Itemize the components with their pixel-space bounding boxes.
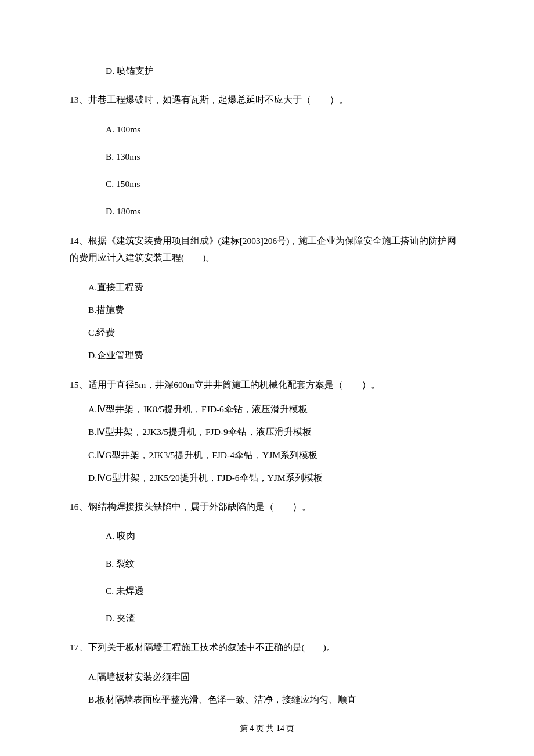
q12-option-d: D. 喷锚支护 xyxy=(70,64,464,77)
q14-option-c: C.经费 xyxy=(70,326,464,339)
q13-option-d: D. 180ms xyxy=(70,204,464,218)
q13-option-c: C. 150ms xyxy=(70,177,464,190)
q15-option-a: A.Ⅳ型井架，JK8/5提升机，FJD‐6伞钻，液压滑升模板 xyxy=(70,402,464,416)
q16-option-c: C. 未焊透 xyxy=(70,584,464,597)
q17-option-a: A.隔墙板材安装必须牢固 xyxy=(70,670,464,683)
q16-option-d: D. 夹渣 xyxy=(70,611,464,625)
q17-stem: 17、下列关于板材隔墙工程施工技术的叙述中不正确的是( )。 xyxy=(70,639,464,656)
q14-option-d: D.企业管理费 xyxy=(70,348,464,362)
q15-stem: 15、适用于直径5m，井深600m立井井筒施工的机械化配套方案是（ ）。 xyxy=(70,376,464,393)
q14-option-a: A.直接工程费 xyxy=(70,280,464,294)
q15-option-b: B.Ⅳ型井架，2JK3/5提升机，FJD‐9伞钻，液压滑升模板 xyxy=(70,425,464,438)
q13-stem: 13、井巷工程爆破时，如遇有瓦斯，起爆总延时不应大于（ ）。 xyxy=(70,91,464,108)
q16-option-a: A. 咬肉 xyxy=(70,529,464,542)
q15-option-d: D.ⅣG型井架，2JK5/20提升机，FJD‐6伞钻，YJM系列模板 xyxy=(70,471,464,484)
q17-option-b: B.板材隔墙表面应平整光滑、色泽一致、洁净，接缝应均匀、顺直 xyxy=(70,693,464,706)
q14-option-b: B.措施费 xyxy=(70,303,464,316)
document-page: D. 喷锚支护 13、井巷工程爆破时，如遇有瓦斯，起爆总延时不应大于（ ）。 A… xyxy=(0,0,534,756)
q16-stem: 16、钢结构焊接接头缺陷中，属于外部缺陷的是（ ）。 xyxy=(70,498,464,515)
q15-option-c: C.ⅣG型井架，2JK3/5提升机，FJD‐4伞钻，YJM系列模板 xyxy=(70,448,464,462)
q16-option-b: B. 裂纹 xyxy=(70,557,464,570)
q13-option-b: B. 130ms xyxy=(70,150,464,163)
q13-option-a: A. 100ms xyxy=(70,123,464,136)
q14-stem: 14、根据《建筑安装费用项目组成》(建标[2003]206号)，施工企业为保障安… xyxy=(70,232,464,267)
page-footer: 第 4 页 共 14 页 xyxy=(70,723,464,734)
